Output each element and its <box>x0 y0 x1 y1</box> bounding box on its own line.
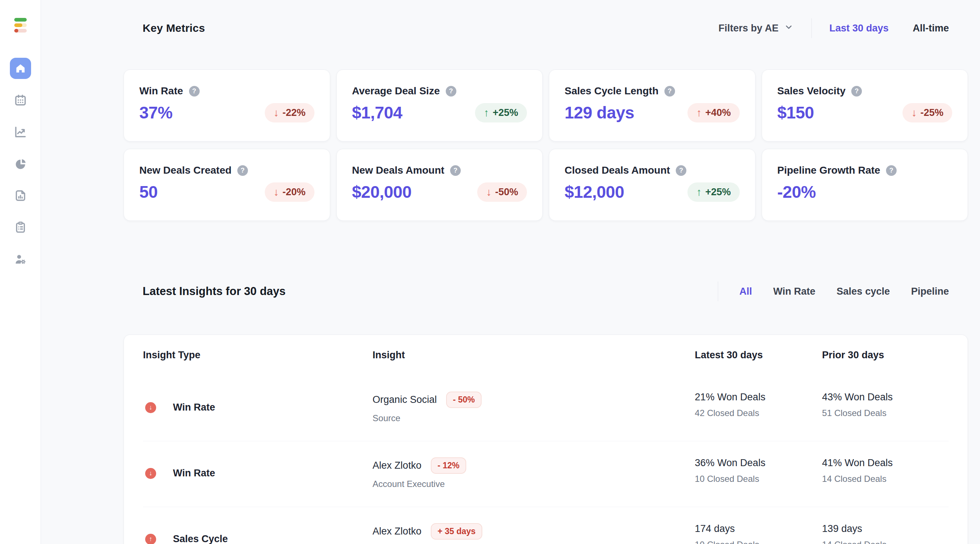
metric-value: $150 <box>777 103 814 122</box>
latest-value: 174 days <box>695 523 822 534</box>
insights-header: Latest Insights for 30 days All Win Rate… <box>124 280 968 303</box>
range-tab-last-30-days[interactable]: Last 30 days <box>829 23 889 34</box>
metric-value: 129 days <box>565 103 634 122</box>
trend-change: -20% <box>282 186 305 198</box>
table-row[interactable]: ↓ Win Rate Alex Zlotko - 12% Account Exe… <box>143 441 948 507</box>
help-icon[interactable]: ? <box>851 86 862 97</box>
latest-sublabel: 42 Closed Deals <box>695 408 822 418</box>
metric-label: Sales Velocity <box>777 85 846 97</box>
header-controls: Filters by AE Last 30 days All-time <box>719 18 949 38</box>
trend-badge: ↓ -20% <box>265 183 315 202</box>
metric-card-average-deal-size: Average Deal Size ? $1,704 ↑ +25% <box>336 70 543 142</box>
trend-up-arrow-icon: ↑ <box>696 107 702 119</box>
prior-sublabel: 51 Closed Deals <box>822 408 948 418</box>
insight-up-arrow-icon: ↑ <box>145 534 156 544</box>
help-icon[interactable]: ? <box>189 86 200 97</box>
prior-sublabel: 14 Closed Deals <box>822 474 948 484</box>
metric-cards-grid: Win Rate ? 37% ↓ -22% Average Deal Size … <box>124 70 968 221</box>
insight-name: Alex Zlotko <box>372 460 422 471</box>
trend-down-arrow-icon: ↓ <box>911 107 917 119</box>
metric-card-sales-velocity: Sales Velocity ? $150 ↓ -25% <box>762 70 968 142</box>
latest-sublabel: 10 Closed Deals <box>695 539 822 544</box>
help-icon[interactable]: ? <box>664 86 675 97</box>
latest-value: 21% Won Deals <box>695 391 822 403</box>
metric-label: Average Deal Size <box>352 85 440 97</box>
insights-table: Insight Type Insight Latest 30 days Prio… <box>124 334 968 544</box>
prior-sublabel: 14 Closed Deals <box>822 539 948 544</box>
sidebar-item-tasks[interactable] <box>10 217 31 238</box>
insight-sublabel: Account Executive <box>372 479 695 489</box>
metric-value: $20,000 <box>352 182 412 202</box>
insight-tab-win-rate[interactable]: Win Rate <box>773 286 815 297</box>
insight-change-badge: + 35 days <box>431 523 482 539</box>
prior-value: 41% Won Deals <box>822 457 948 469</box>
help-icon[interactable]: ? <box>237 165 248 176</box>
insight-name: Organic Social <box>372 394 437 406</box>
help-icon[interactable]: ? <box>450 165 461 176</box>
prior-value: 139 days <box>822 523 948 534</box>
trend-badge: ↓ -50% <box>477 183 527 202</box>
trend-badge: ↑ +25% <box>475 103 527 122</box>
sidebar-item-reports[interactable] <box>10 185 31 206</box>
trend-change: +25% <box>705 186 731 198</box>
pie-chart-icon <box>14 157 27 170</box>
trend-down-arrow-icon: ↓ <box>274 186 279 198</box>
header-divider <box>811 18 812 38</box>
metric-label: Win Rate <box>139 85 183 97</box>
line-chart-icon <box>14 126 27 138</box>
app-root: Key Metrics Filters by AE Last 30 days A… <box>0 0 980 544</box>
app-logo-icon <box>14 18 27 34</box>
metric-value: 50 <box>139 182 158 202</box>
sidebar-item-performance[interactable] <box>10 121 31 143</box>
insight-sublabel: Source <box>372 413 695 423</box>
metric-value: $1,704 <box>352 103 402 122</box>
help-icon[interactable]: ? <box>886 165 897 176</box>
trend-down-arrow-icon: ↓ <box>274 107 279 119</box>
date-range-tabs: Last 30 days All-time <box>829 23 949 34</box>
logo-bar-green <box>14 18 27 22</box>
latest-sublabel: 10 Closed Deals <box>695 474 822 484</box>
trend-change: -25% <box>920 107 943 118</box>
table-row[interactable]: ↓ Win Rate Organic Social - 50% Source 2… <box>143 375 948 441</box>
calendar-icon <box>14 94 27 107</box>
clipboard-list-icon <box>14 221 27 234</box>
trend-up-arrow-icon: ↑ <box>696 186 702 198</box>
insight-name: Alex Zlotko <box>372 526 422 537</box>
report-document-icon <box>14 189 27 202</box>
insight-tab-all[interactable]: All <box>740 286 752 297</box>
column-header-insight-type: Insight Type <box>143 350 372 361</box>
help-icon[interactable]: ? <box>446 86 457 97</box>
trend-badge: ↑ +25% <box>687 183 740 202</box>
metric-label: New Deals Created <box>139 164 231 176</box>
metric-label: Sales Cycle Length <box>565 85 659 97</box>
insight-tabs: All Win Rate Sales cycle Pipeline <box>718 282 949 301</box>
sidebar-item-calendar[interactable] <box>10 89 31 111</box>
filter-label: Filters by AE <box>719 23 778 34</box>
tabs-divider <box>718 282 718 301</box>
table-header-row: Insight Type Insight Latest 30 days Prio… <box>143 335 948 375</box>
insight-change-badge: - 12% <box>431 457 466 474</box>
metric-card-new-deals-amount: New Deals Amount ? $20,000 ↓ -50% <box>336 149 543 221</box>
metric-card-win-rate: Win Rate ? 37% ↓ -22% <box>124 70 330 142</box>
filter-by-ae-dropdown[interactable]: Filters by AE <box>719 22 794 35</box>
metric-label: Pipeline Growth Rate <box>777 164 881 176</box>
insight-tab-pipeline[interactable]: Pipeline <box>911 286 949 297</box>
logo-bar-red <box>14 29 27 33</box>
table-row[interactable]: ↑ Sales Cycle Alex Zlotko + 35 days Acco… <box>143 507 948 544</box>
trend-change: -50% <box>495 186 518 198</box>
insight-tab-sales-cycle[interactable]: Sales cycle <box>837 286 890 297</box>
page-title: Key Metrics <box>143 22 205 34</box>
chevron-down-icon <box>784 22 794 35</box>
sidebar-item-team-settings[interactable] <box>10 248 31 270</box>
metric-card-new-deals-created: New Deals Created ? 50 ↓ -20% <box>124 149 330 221</box>
trend-change: -22% <box>282 107 305 118</box>
help-icon[interactable]: ? <box>676 165 686 176</box>
metric-card-pipeline-growth-rate: Pipeline Growth Rate ? -20% <box>762 149 968 221</box>
main-content: Key Metrics Filters by AE Last 30 days A… <box>41 0 980 544</box>
sidebar-item-analytics[interactable] <box>10 153 31 174</box>
range-tab-all-time[interactable]: All-time <box>913 23 949 34</box>
trend-badge: ↓ -25% <box>902 103 952 122</box>
sidebar-item-home[interactable] <box>10 58 31 79</box>
metric-card-sales-cycle-length: Sales Cycle Length ? 129 days ↑ +40% <box>549 70 756 142</box>
home-icon <box>14 62 27 75</box>
